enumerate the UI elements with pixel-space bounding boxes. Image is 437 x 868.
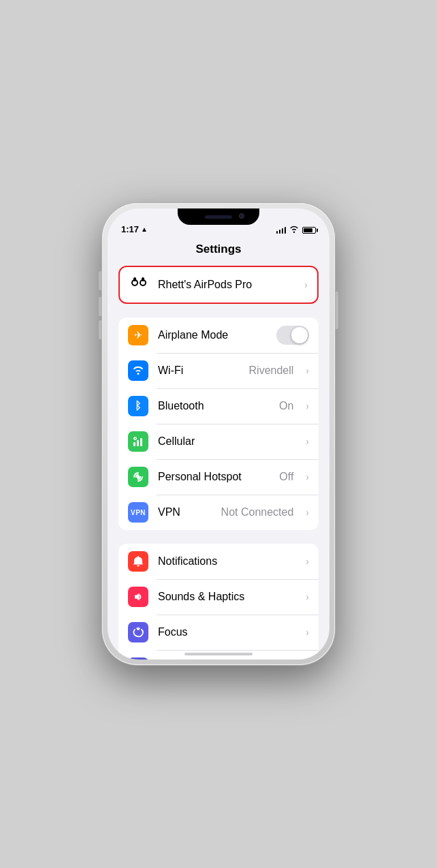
screen-time-icon-wrap (128, 657, 148, 660)
svg-rect-7 (137, 440, 139, 446)
svg-rect-6 (133, 442, 135, 446)
cellular-icon-wrap (128, 431, 148, 452)
airplane-mode-toggle[interactable] (276, 326, 309, 345)
svg-point-10 (137, 476, 140, 479)
airplane-mode-row[interactable]: ✈ Airplane Mode (118, 317, 319, 353)
notifications-icon-wrap (128, 551, 148, 572)
speaker (205, 215, 232, 219)
airplane-mode-icon: ✈ (128, 325, 148, 345)
svg-rect-8 (140, 438, 142, 446)
camera (239, 213, 244, 219)
airpods-chevron: › (304, 279, 308, 290)
notifications-label: Notifications (158, 555, 296, 568)
focus-icon-wrap (128, 622, 148, 642)
vpn-label: VPN (158, 506, 212, 518)
airpods-section[interactable]: Rhett's AirPods Pro › (118, 266, 319, 304)
focus-label: Focus (158, 626, 296, 638)
sounds-chevron: › (306, 591, 309, 602)
vpn-badge: VPN (128, 508, 148, 518)
location-icon: ▲ (141, 226, 148, 233)
focus-row[interactable]: Focus › (118, 615, 319, 650)
vpn-value: Not Connected (221, 506, 294, 518)
personal-hotspot-label: Personal Hotspot (158, 471, 270, 483)
svg-rect-2 (133, 277, 136, 281)
battery-icon (302, 227, 316, 234)
sounds-icon-wrap (128, 587, 148, 607)
sounds-haptics-row[interactable]: Sounds & Haptics › (118, 579, 319, 615)
wifi-chevron: › (306, 365, 309, 376)
personal-hotspot-value: Off (279, 471, 293, 483)
home-indicator (184, 653, 253, 655)
sounds-label: Sounds & Haptics (158, 591, 296, 603)
airplane-mode-label: Airplane Mode (158, 329, 267, 341)
notch (178, 208, 259, 225)
wifi-icon-wrap (128, 360, 148, 381)
phone-frame: 1:17 ▲ (102, 203, 335, 665)
svg-rect-5 (142, 277, 144, 281)
bluetooth-value: On (279, 400, 293, 412)
bluetooth-icon-wrap: ᛒ (128, 396, 148, 416)
wifi-status-icon (289, 226, 299, 234)
signal-bars (276, 227, 287, 234)
personal-hotspot-icon-wrap (128, 467, 148, 487)
page-title: Settings (108, 238, 329, 266)
wifi-row[interactable]: Wi-Fi Rivendell › (118, 353, 319, 388)
screen-content[interactable]: Settings Rhett' (108, 238, 329, 660)
notifications-chevron: › (306, 556, 309, 567)
cellular-row[interactable]: Cellular › (118, 424, 319, 459)
airpods-icon (129, 275, 148, 294)
cellular-chevron: › (306, 436, 309, 447)
focus-chevron: › (306, 627, 309, 638)
status-icons (276, 226, 317, 234)
phone-screen: 1:17 ▲ (108, 208, 329, 660)
notifications-section: Notifications › Sounds & Haptics › (118, 544, 319, 660)
bluetooth-row[interactable]: ᛒ Bluetooth On › (118, 388, 319, 424)
notifications-row[interactable]: Notifications › (118, 544, 319, 579)
cellular-label: Cellular (158, 435, 296, 448)
airpods-row[interactable]: Rhett's AirPods Pro › (120, 267, 317, 303)
status-time: 1:17 ▲ (121, 224, 148, 234)
wifi-value: Rivendell (249, 365, 294, 377)
vpn-chevron: › (306, 507, 309, 518)
network-section: ✈ Airplane Mode (118, 317, 319, 530)
personal-hotspot-row[interactable]: Personal Hotspot Off › (118, 459, 319, 495)
bluetooth-label: Bluetooth (158, 400, 270, 412)
vpn-icon-wrap: VPN (128, 502, 148, 523)
bluetooth-icon: ᛒ (135, 400, 142, 412)
wifi-label: Wi-Fi (158, 365, 240, 377)
airpods-label: Rhett's AirPods Pro (158, 279, 295, 291)
bluetooth-chevron: › (306, 401, 309, 412)
personal-hotspot-chevron: › (306, 471, 309, 482)
vpn-row[interactable]: VPN VPN Not Connected › (118, 495, 319, 530)
